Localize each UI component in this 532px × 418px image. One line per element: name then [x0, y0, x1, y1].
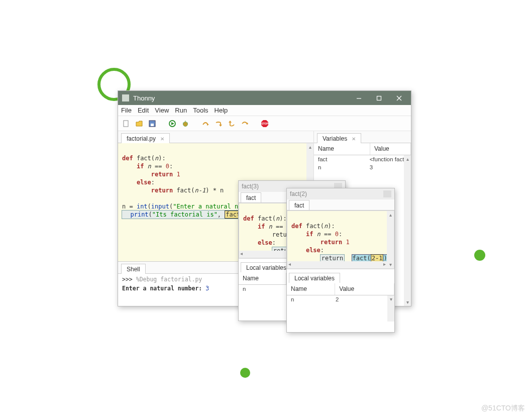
- column-name[interactable]: Name: [239, 273, 286, 284]
- resume-icon[interactable]: [240, 119, 250, 129]
- decorative-dot: [240, 368, 250, 378]
- tab-local-vars[interactable]: Local variables: [241, 262, 292, 272]
- minimize-button[interactable]: [349, 92, 369, 104]
- svg-marker-15: [219, 125, 222, 127]
- tab-fact[interactable]: fact: [241, 192, 261, 202]
- step-into-icon[interactable]: [214, 119, 224, 129]
- svg-rect-6: [151, 124, 154, 126]
- svg-point-18: [246, 123, 248, 125]
- column-name[interactable]: Name: [287, 283, 335, 295]
- run-icon[interactable]: [167, 119, 177, 129]
- tab-fact[interactable]: fact: [289, 200, 309, 210]
- frame-scrollbar-h[interactable]: ◂▸: [287, 261, 387, 268]
- save-file-icon[interactable]: [147, 119, 157, 129]
- stack-frame-window: fact(2) fact def fact(n): if n == 0: ret…: [286, 188, 395, 333]
- table-row[interactable]: n2: [287, 295, 394, 303]
- title-bar[interactable]: Thonny: [118, 91, 411, 105]
- tab-label: Variables: [323, 135, 347, 142]
- editor-tabstrip: factorial.py ✕: [118, 131, 313, 143]
- menu-view[interactable]: View: [155, 107, 169, 114]
- maximize-button[interactable]: [369, 92, 389, 104]
- scroll-up-icon[interactable]: ▴: [309, 144, 311, 150]
- close-icon[interactable]: [383, 190, 391, 197]
- tab-shell[interactable]: Shell: [121, 264, 146, 274]
- shell-command: %Debug factorial.py: [136, 276, 202, 283]
- app-icon: [122, 94, 129, 101]
- frame-scrollbar-v[interactable]: ▴▾: [387, 211, 394, 268]
- close-icon[interactable]: ✕: [160, 136, 164, 142]
- menu-edit[interactable]: Edit: [138, 107, 149, 114]
- watermark: @51CTO博客: [481, 404, 525, 413]
- step-out-icon[interactable]: [227, 119, 237, 129]
- shell-output: Enter a natural number:: [122, 285, 205, 292]
- menu-help[interactable]: Help: [215, 107, 228, 114]
- scrollbar-v[interactable]: ▾: [387, 295, 394, 322]
- close-button[interactable]: [389, 92, 409, 104]
- column-value[interactable]: Value: [335, 283, 394, 295]
- step-over-icon[interactable]: [200, 119, 210, 129]
- decorative-dot: [474, 250, 485, 261]
- svg-point-9: [183, 122, 188, 126]
- open-file-icon[interactable]: [134, 119, 144, 129]
- svg-text:STOP: STOP: [261, 122, 268, 125]
- menu-run[interactable]: Run: [175, 107, 187, 114]
- tab-local-vars[interactable]: Local variables: [289, 273, 340, 283]
- frame-title-bar[interactable]: fact(2): [287, 188, 394, 199]
- variables-tabstrip: Variables ✕: [314, 131, 411, 143]
- tab-variables[interactable]: Variables ✕: [317, 133, 361, 143]
- shell-prompt: >>>: [122, 276, 136, 283]
- svg-rect-4: [124, 121, 128, 127]
- menu-file[interactable]: File: [121, 107, 132, 114]
- tab-label: Shell: [127, 266, 140, 273]
- tab-label: factorial.py: [127, 135, 156, 142]
- svg-rect-1: [377, 96, 381, 100]
- variables-scrollbar-v[interactable]: ▴ ▾: [404, 155, 411, 306]
- column-name[interactable]: Name: [314, 143, 370, 155]
- menu-tools[interactable]: Tools: [193, 107, 208, 114]
- window-title: Thonny: [133, 94, 155, 102]
- frame-title: fact(3): [242, 183, 259, 190]
- toolbar: STOP: [118, 116, 411, 131]
- svg-marker-8: [171, 122, 174, 125]
- table-row[interactable]: fact<function fact a: [314, 155, 411, 163]
- table-row[interactable]: n3: [314, 163, 411, 171]
- column-value[interactable]: Value: [370, 143, 411, 155]
- new-file-icon[interactable]: [121, 119, 131, 129]
- stop-icon[interactable]: STOP: [260, 119, 270, 129]
- scroll-down-icon[interactable]: ▾: [406, 299, 409, 305]
- debug-icon[interactable]: [180, 119, 190, 129]
- scroll-up-icon[interactable]: ▴: [406, 156, 409, 162]
- menubar: File Edit View Run Tools Help: [118, 105, 411, 116]
- svg-marker-17: [229, 121, 232, 123]
- close-icon[interactable]: ✕: [352, 136, 356, 142]
- frame-title: fact(2): [290, 190, 307, 197]
- tab-factorial[interactable]: factorial.py ✕: [121, 133, 170, 143]
- variables-header: Name Value: [314, 143, 411, 155]
- shell-input-value: 3: [205, 285, 209, 292]
